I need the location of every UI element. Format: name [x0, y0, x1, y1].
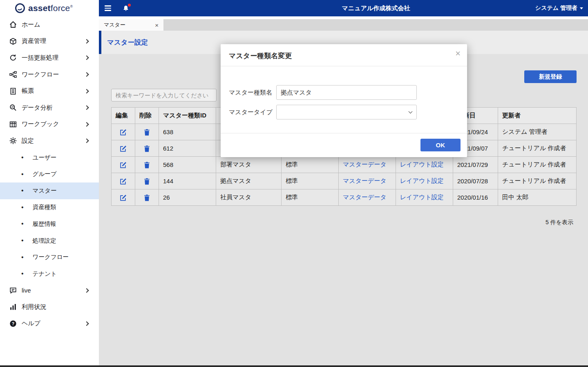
home-icon: [9, 21, 17, 29]
modal-header: マスター種類名変更 ×: [221, 44, 467, 66]
layout-settings-link[interactable]: レイアウト設定: [400, 194, 444, 200]
tab-close-icon[interactable]: ×: [155, 22, 159, 28]
sidebar-item-workflow[interactable]: ワークフロー: [0, 66, 99, 83]
sidebar-subitem-users[interactable]: •ユーザー: [0, 149, 99, 166]
sidebar-item-forms[interactable]: 帳票: [0, 83, 99, 99]
master-type: 標準: [282, 189, 339, 206]
column-header: 削除: [135, 108, 159, 124]
trash-icon[interactable]: [144, 162, 150, 169]
sidebar-item-label: 資産管理: [22, 37, 46, 45]
chevron-right-icon: [84, 139, 89, 143]
master-type-id: 26: [159, 189, 216, 206]
sidebar-item-data-analysis[interactable]: データ分析: [0, 99, 99, 116]
sidebar-subitem-process-settings[interactable]: •処理設定: [0, 232, 99, 249]
sidebar-item-live[interactable]: live: [0, 282, 99, 299]
master-type-name: 拠点マスタ: [216, 173, 282, 189]
chevron-right-icon: [84, 122, 89, 126]
sidebar-item-usage[interactable]: 利用状況: [0, 299, 99, 315]
bullet-icon: •: [21, 270, 24, 277]
sidebar-item-help[interactable]: ?ヘルプ: [0, 315, 99, 332]
updated-by: チュートリアル 作成者: [498, 173, 577, 189]
updated-by: システム 管理者: [498, 124, 577, 140]
sidebar-subitem-tenant[interactable]: •テナント: [0, 266, 99, 282]
sidebar-subitem-master[interactable]: •マスター: [0, 182, 99, 199]
sidebar-subitem-label: ワークフロー: [33, 253, 69, 261]
bullet-icon: •: [21, 254, 24, 261]
assetforce-logo[interactable]: assetforce®: [0, 0, 99, 16]
master-data-link[interactable]: マスターデータ: [343, 194, 387, 200]
close-icon[interactable]: ×: [455, 49, 461, 58]
edit-icon[interactable]: [120, 145, 127, 152]
ok-button[interactable]: OK: [420, 139, 461, 151]
master-type-name-label: マスター種類名: [229, 89, 276, 97]
master-type-name: 社員マスタ: [216, 189, 282, 206]
sidebar-item-label: 帳票: [22, 87, 34, 95]
master-type-id: 638: [159, 124, 216, 140]
edit-icon[interactable]: [120, 162, 127, 169]
edit-icon[interactable]: [120, 129, 127, 136]
layout-settings-link[interactable]: レイアウト設定: [400, 177, 444, 184]
sidebar-subitem-groups[interactable]: •グループ: [0, 166, 99, 182]
svg-text:?: ?: [11, 321, 14, 326]
master-data-link[interactable]: マスターデータ: [343, 161, 387, 168]
table-row: 144拠点マスタ標準マスターデータレイアウト設定2020/07/28チュートリア…: [112, 173, 577, 189]
sidebar-item-settings[interactable]: 設定: [0, 133, 99, 149]
user-menu[interactable]: システム 管理者: [535, 5, 583, 12]
trash-icon[interactable]: [144, 145, 150, 152]
sidebar-subitem-label: 処理設定: [33, 237, 56, 245]
menu-icon[interactable]: [105, 5, 111, 11]
updated-date: 2021/07/29: [453, 157, 498, 173]
gear-icon: [9, 137, 17, 145]
master-type-select[interactable]: [276, 105, 417, 119]
table-row: 26社員マスタ標準マスターデータレイアウト設定2020/01/16田中 太郎: [112, 189, 577, 206]
sidebar-item-batch-update[interactable]: 一括更新処理: [0, 50, 99, 66]
sidebar-item-label: ワークフロー: [22, 71, 59, 79]
sidebar-item-asset-management[interactable]: 資産管理: [0, 33, 99, 50]
column-header: 編集: [112, 108, 135, 124]
sidebar-subitem-label: テナント: [33, 270, 57, 278]
help-icon: ?: [9, 320, 17, 327]
sidebar-subitem-workflow-settings[interactable]: •ワークフロー: [0, 249, 99, 266]
layout-settings-link[interactable]: レイアウト設定: [400, 161, 444, 168]
trash-icon[interactable]: [144, 129, 150, 136]
sidebar-item-home[interactable]: ホーム: [0, 16, 99, 33]
sidebar-item-label: ヘルプ: [22, 320, 40, 327]
sidebar-subitem-history[interactable]: •履歴情報: [0, 216, 99, 232]
bell-icon[interactable]: [123, 5, 129, 12]
chevron-right-icon: [84, 39, 89, 43]
sidebar-subitem-label: マスター: [33, 187, 57, 195]
sidebar-subitem-label: 履歴情報: [33, 220, 56, 228]
master-type-name-input[interactable]: [276, 85, 417, 100]
sidebar-subitem-asset-types[interactable]: •資産種類: [0, 199, 99, 216]
sidebar-item-label: データ分析: [22, 104, 53, 112]
column-header: マスター種類ID: [159, 108, 216, 124]
master-type: 標準: [282, 173, 339, 189]
trash-icon[interactable]: [144, 194, 150, 201]
sidebar-item-label: ホーム: [22, 21, 40, 29]
master-type-id: 568: [159, 157, 216, 173]
sidebar-subitem-label: グループ: [33, 170, 57, 178]
chevron-right-icon: [84, 106, 89, 110]
master-type-id: 144: [159, 173, 216, 189]
edit-icon[interactable]: [120, 178, 127, 185]
bullet-icon: •: [21, 204, 24, 211]
sidebar-item-workbook[interactable]: ワークブック: [0, 116, 99, 133]
tab-master[interactable]: マスター ×: [99, 19, 163, 31]
updated-date: 2020/01/16: [453, 189, 498, 206]
sidebar-item-label: 一括更新処理: [22, 54, 58, 62]
master-type-label: マスタータイプ: [229, 108, 276, 116]
edit-icon[interactable]: [120, 194, 127, 201]
assetforce-logo-icon: [15, 3, 25, 14]
master-data-link[interactable]: マスターデータ: [343, 177, 387, 184]
search-input[interactable]: [111, 89, 217, 101]
chevron-right-icon: [84, 288, 89, 293]
updated-by: チュートリアル 作成者: [498, 157, 577, 173]
sidebar-subitem-label: ユーザー: [33, 154, 57, 162]
sidebar-nav: ホーム資産管理一括更新処理ワークフロー帳票データ分析ワークブック設定•ユーザー•…: [0, 16, 99, 332]
sidebar-item-label: 設定: [22, 137, 34, 145]
sidebar-item-label: ワークブック: [22, 120, 59, 128]
trash-icon[interactable]: [144, 178, 150, 185]
chevron-right-icon: [84, 321, 89, 326]
sidebar-subitem-label: 資産種類: [33, 203, 56, 211]
new-register-button[interactable]: 新規登録: [524, 70, 577, 83]
